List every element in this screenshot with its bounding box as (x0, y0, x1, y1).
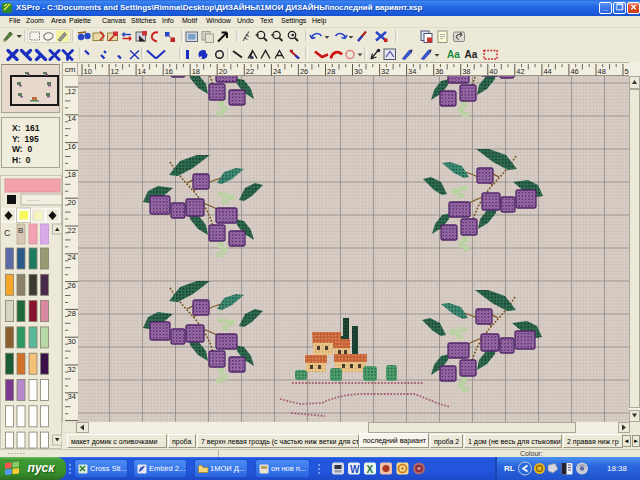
svg-text:Aa: Aa (465, 49, 478, 60)
svg-text:34: 34 (68, 392, 76, 401)
svg-text:X: X (367, 464, 374, 475)
svg-text:28: 28 (68, 309, 76, 318)
svg-text:20: 20 (219, 67, 227, 76)
svg-text:22: 22 (246, 67, 254, 76)
svg-text:12: 12 (68, 87, 76, 96)
svg-text:32: 32 (381, 67, 389, 76)
svg-text:30: 30 (354, 67, 362, 76)
svg-text:46: 46 (570, 67, 578, 76)
svg-text:26: 26 (300, 67, 308, 76)
svg-text:16: 16 (165, 67, 173, 76)
svg-text:B: B (18, 226, 23, 235)
svg-text:42: 42 (516, 67, 524, 76)
svg-text:30: 30 (68, 337, 76, 346)
svg-text:W: W (350, 464, 360, 475)
svg-text:24: 24 (273, 67, 281, 76)
svg-text:20: 20 (68, 198, 76, 207)
svg-text:12: 12 (111, 67, 119, 76)
svg-text:16: 16 (68, 142, 76, 151)
svg-text:44: 44 (543, 67, 551, 76)
svg-text:18: 18 (68, 170, 76, 179)
svg-text:10: 10 (84, 67, 92, 76)
svg-text:40: 40 (489, 67, 497, 76)
svg-text:24: 24 (68, 253, 76, 262)
svg-text:C: C (4, 228, 11, 238)
svg-text:38: 38 (462, 67, 470, 76)
svg-text:Aa: Aa (447, 49, 460, 60)
svg-text:32: 32 (68, 365, 76, 374)
svg-text:22: 22 (68, 226, 76, 235)
svg-text:14: 14 (68, 114, 76, 123)
svg-text:26: 26 (68, 281, 76, 290)
svg-text:14: 14 (138, 67, 146, 76)
svg-text:········: ········ (27, 197, 41, 203)
svg-text:48: 48 (598, 67, 606, 76)
svg-text:34: 34 (408, 67, 416, 76)
svg-text:36: 36 (435, 67, 443, 76)
svg-text:28: 28 (327, 67, 335, 76)
svg-text:18: 18 (192, 67, 200, 76)
